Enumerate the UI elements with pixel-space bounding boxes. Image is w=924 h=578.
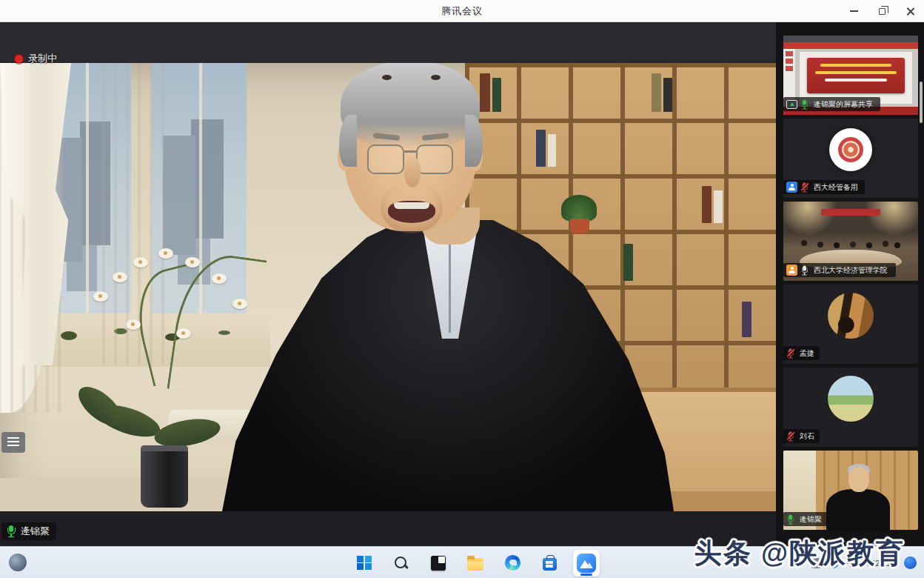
participant-label: 逄锦聚: [783, 512, 828, 526]
main-video-stage: 录制中: [0, 22, 776, 546]
sidebar-scrollbar[interactable]: [920, 82, 923, 123]
title-bar: 腾讯会议: [0, 0, 924, 22]
mic-on-icon: [786, 514, 794, 524]
search-icon: [394, 556, 409, 571]
close-button[interactable]: [896, 0, 924, 22]
window-title: 腾讯会议: [441, 4, 483, 18]
mic-muted-icon: [800, 182, 808, 192]
tray-date: 2022/11/5: [862, 559, 897, 568]
store-bag-icon: [543, 558, 557, 571]
flower-vase: [141, 445, 188, 508]
jacket-zipper: [449, 238, 451, 333]
conference-banner: [821, 209, 880, 216]
eye: [431, 75, 441, 80]
participant-label: 逄锦聚的屏幕共享: [783, 97, 880, 111]
mini-speaker-body: [826, 489, 890, 530]
participant-thumb[interactable]: 孟捷: [783, 285, 918, 364]
participant-thumb-screen-share[interactable]: 逄锦聚的屏幕共享: [783, 36, 918, 115]
floor: [0, 478, 252, 511]
participant-label: 西北大学经济管理学院: [783, 263, 896, 277]
letterbox-bottom: [0, 511, 776, 546]
participant-label: 孟捷: [783, 346, 820, 360]
minimize-button[interactable]: [840, 0, 868, 22]
member-badge-icon: [786, 182, 797, 193]
dark-app-button[interactable]: [425, 550, 452, 577]
edge-button[interactable]: [499, 550, 526, 577]
participant-thumb[interactable]: 西大经管备用: [783, 119, 918, 198]
meeting-app-area: 录制中: [0, 22, 924, 546]
list-icon: [7, 437, 19, 448]
recording-indicator: 录制中: [15, 52, 57, 65]
participant-thumb[interactable]: 刘石: [783, 368, 918, 447]
letterbox-top: [0, 22, 776, 63]
participant-thumb[interactable]: 西北大学经济管理学院: [783, 202, 918, 281]
clock[interactable]: 2022/11/5: [862, 556, 897, 569]
restore-button[interactable]: [868, 0, 896, 22]
layout-toggle-button[interactable]: [1, 432, 25, 453]
widgets-icon[interactable]: [9, 554, 27, 571]
file-explorer-button[interactable]: [462, 550, 489, 577]
participant-name: 西大经管备用: [814, 182, 858, 192]
avatar: [829, 128, 872, 171]
participant-name: 西北大学经济管理学院: [814, 265, 888, 275]
mouth-open: [388, 201, 435, 223]
speaker: [222, 63, 674, 511]
book-spine: [702, 186, 712, 223]
mini-speaker-head: [848, 467, 869, 492]
folder-icon: [467, 558, 483, 571]
slide-title-box: [807, 58, 905, 93]
mic-muted-icon: [786, 348, 794, 358]
notification-badge-icon[interactable]: [904, 557, 917, 569]
tencent-meeting-icon: [577, 554, 596, 573]
avatar: [828, 376, 874, 422]
participant-thumb-speaker-video[interactable]: 逄锦聚: [783, 451, 918, 530]
participant-name: 刘石: [800, 431, 814, 441]
system-tray: 中 2022/11/5: [796, 547, 917, 578]
search-button[interactable]: [388, 550, 415, 577]
grey-hair: [341, 63, 480, 149]
microsoft-store-button[interactable]: [536, 550, 563, 577]
mic-muted-icon: [786, 431, 794, 441]
participant-name: 逄锦聚的屏幕共享: [814, 99, 873, 109]
window-controls: [840, 0, 924, 22]
participant-name: 逄锦聚: [800, 514, 822, 524]
conference-attendees: [801, 240, 807, 246]
tray-chevron-icon[interactable]: [796, 559, 803, 567]
hair-side: [465, 115, 483, 167]
university-seal-icon: [838, 137, 863, 162]
mic-on-icon: [800, 99, 808, 109]
participant-name: 孟捷: [800, 348, 814, 358]
start-button[interactable]: [351, 550, 378, 577]
recording-dot-icon: [15, 55, 23, 63]
main-video-feed: [0, 63, 776, 511]
tencent-meeting-window: 腾讯会议 录制中: [0, 0, 924, 578]
eye: [382, 75, 392, 80]
avatar: [828, 293, 874, 339]
book-spine: [742, 302, 751, 337]
participant-label: 西大经管备用: [783, 180, 865, 194]
close-icon: [906, 7, 914, 16]
taskbar-center: [351, 547, 600, 578]
windows-taskbar: 中 2022/11/5: [0, 546, 924, 578]
mic-icon: [800, 265, 808, 275]
tray-app-icon[interactable]: [811, 558, 822, 568]
speaker-name-tag: 逄锦聚: [1, 522, 56, 540]
windows-logo-icon: [357, 556, 372, 571]
tencent-meeting-taskbar-button[interactable]: [573, 550, 600, 577]
screen-share-icon: [786, 100, 797, 109]
dark-app-icon: [431, 556, 446, 571]
mic-on-icon: [6, 525, 16, 537]
tray-app-icon[interactable]: [828, 558, 839, 568]
minimize-icon: [850, 10, 858, 12]
speaker-name: 逄锦聚: [21, 525, 50, 538]
browser-chrome: [783, 36, 918, 42]
participant-label: 刘石: [783, 429, 820, 443]
member-badge-icon: [786, 265, 797, 276]
recording-label: 录制中: [28, 52, 57, 65]
participants-sidebar: 逄锦聚的屏幕共享 西大经管备用 西北大学经济管理学院: [776, 22, 924, 546]
ime-indicator[interactable]: 中: [846, 557, 855, 570]
slide-canvas: [800, 52, 912, 104]
book-spine: [714, 190, 723, 223]
ppt-ribbon: [783, 42, 918, 49]
restore-icon: [879, 8, 886, 15]
